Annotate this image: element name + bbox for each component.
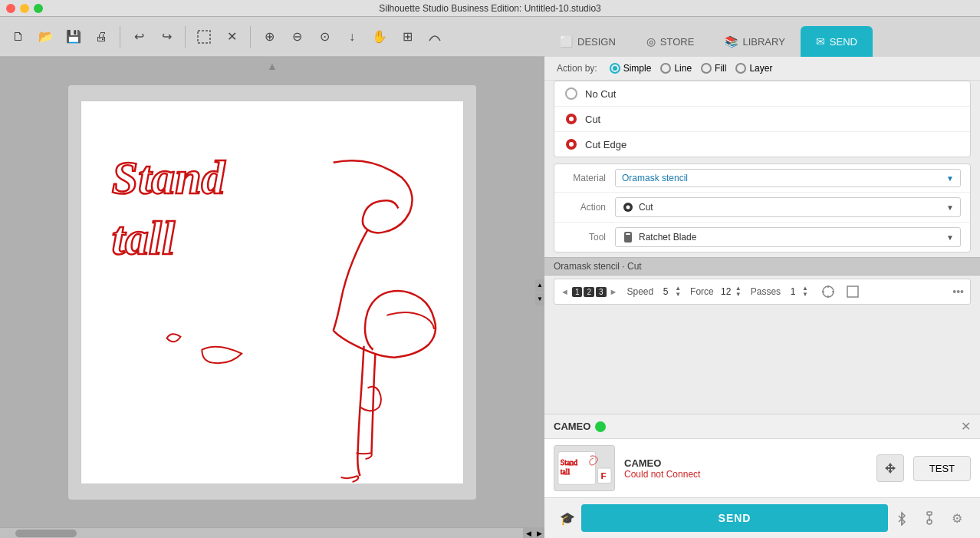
tool-dropdown[interactable]: Ratchet Blade ▼ (615, 227, 961, 247)
window-controls[interactable] (6, 4, 43, 13)
radio-layer[interactable]: Layer (735, 63, 772, 74)
scroll-arrows-lr[interactable]: ◀ ▶ (523, 528, 544, 539)
cameo-body: Stand tall F CAMEO Could not Connect (544, 439, 980, 497)
tab-store[interactable]: ◎ STORE (631, 26, 710, 57)
no-cut-row[interactable]: No Cut (554, 81, 970, 107)
speed-group: Speed 5 ▲ ▼ (626, 286, 681, 298)
tool-dropdown-arrow: ▼ (946, 233, 954, 242)
params-row: ◄ 1 2 3 ► Speed 5 ▲ ▼ (554, 279, 971, 305)
cameo-test-label: TEST (929, 463, 955, 474)
nav-tabs: ⬜ DESIGN ◎ STORE 📚 LIBRARY ✉ SEND (544, 17, 980, 57)
redo-button[interactable]: ↪ (154, 25, 179, 49)
h-scrollbar[interactable]: ◀ ▶ (0, 527, 544, 538)
page-back-arrow[interactable]: ◄ (561, 287, 569, 296)
arrows-icon (883, 460, 898, 476)
passes-stepper[interactable]: 1 ▲ ▼ (785, 286, 808, 298)
cameo-arrows-button[interactable] (876, 454, 904, 482)
scroll-left-btn[interactable]: ◀ (523, 528, 534, 539)
speed-label: Speed (626, 286, 653, 297)
material-dropdown[interactable]: Oramask stencil ▼ (615, 169, 961, 187)
close-button[interactable] (6, 4, 15, 13)
zoom-out-button[interactable]: ⊖ (284, 25, 309, 49)
settings-icon-btn[interactable]: ⚙ (943, 504, 971, 532)
open-button[interactable]: 📂 (34, 25, 58, 49)
speed-down-btn[interactable]: ▼ (675, 292, 681, 298)
select-icon (197, 30, 211, 44)
send-button[interactable]: SEND (581, 504, 888, 532)
radio-fill[interactable]: Fill (701, 63, 726, 74)
tab-design[interactable]: ⬜ DESIGN (544, 26, 631, 57)
maximize-button[interactable] (34, 4, 43, 13)
move-down-button[interactable]: ↓ (340, 25, 364, 49)
minimize-button[interactable] (20, 4, 29, 13)
window-title: Silhouette Studio Business Edition: Unti… (379, 3, 601, 14)
force-arrows[interactable]: ▲ ▼ (735, 286, 742, 298)
cameo-test-button[interactable]: TEST (913, 456, 971, 481)
select-button[interactable] (192, 25, 216, 49)
cameo-close-button[interactable]: ✕ (961, 419, 971, 434)
tab-send[interactable]: ✉ SEND (801, 26, 873, 57)
canvas-vscroll[interactable]: ▲ ▼ (535, 279, 544, 305)
force-group: Force 12 ▲ ▼ (690, 286, 742, 298)
speed-stepper[interactable]: 5 ▲ ▼ (658, 286, 681, 298)
graduation-icon-btn[interactable]: 🎓 (554, 504, 581, 532)
usb-icon-btn[interactable] (916, 504, 943, 532)
title-bar: Silhouette Studio Business Edition: Unti… (0, 0, 980, 17)
scroll-up-arrow[interactable]: ▲ (267, 60, 278, 72)
radio-simple[interactable]: Simple (610, 63, 652, 74)
divider-2 (185, 26, 186, 48)
svg-point-6 (569, 142, 574, 147)
tab-library[interactable]: 📚 LIBRARY (709, 26, 800, 57)
canvas-wrapper: Stand tall (68, 85, 476, 500)
svg-rect-10 (626, 233, 630, 235)
svg-text:tall: tall (561, 467, 571, 476)
cut-row[interactable]: Cut (554, 107, 970, 131)
canvas-area[interactable]: ▲ Stand tall (0, 57, 544, 527)
bezier-icon (428, 30, 442, 44)
passes-down-btn[interactable]: ▼ (802, 292, 808, 298)
cameo-title-row: CAMEO (554, 421, 606, 432)
cut-blade-icon (564, 112, 578, 126)
pan-button[interactable]: ✋ (367, 25, 392, 49)
cut-edge-icon (564, 137, 579, 152)
add-button[interactable]: ⊞ (395, 25, 419, 49)
action-dropdown[interactable]: Cut ▼ (615, 197, 961, 217)
radio-line[interactable]: Line (660, 63, 692, 74)
force-down-btn[interactable]: ▼ (735, 292, 742, 298)
radio-simple-label: Simple (623, 63, 652, 74)
scroll-down-btn[interactable]: ▼ (535, 293, 544, 305)
new-button[interactable]: 🗋 (6, 25, 31, 49)
canvas-page[interactable]: Stand tall (81, 101, 464, 484)
page-fwd-arrow[interactable]: ► (610, 287, 618, 296)
passes-label: Passes (751, 286, 781, 297)
cut-edge-label: Cut Edge (585, 139, 626, 150)
passes-arrows[interactable]: ▲ ▼ (802, 286, 808, 298)
more-options-btn[interactable]: ••• (952, 286, 964, 298)
action-dropdown-text: Cut (639, 202, 653, 213)
bluetooth-icon-btn[interactable] (888, 504, 916, 532)
force-stepper[interactable]: 12 ▲ ▼ (719, 286, 742, 298)
h-scroll-thumb[interactable] (15, 530, 77, 537)
cut-edge-row[interactable]: Cut Edge (554, 132, 970, 157)
bezier-button[interactable] (423, 25, 447, 49)
zoom-fit-button[interactable]: ⊙ (312, 25, 337, 49)
cut-select-button[interactable]: ✕ (219, 25, 244, 49)
scroll-right-btn[interactable]: ▶ (534, 528, 544, 539)
print-button[interactable]: 🖨 (89, 25, 113, 49)
save-button[interactable]: 💾 (61, 25, 86, 49)
zoom-in-button[interactable]: ⊕ (257, 25, 281, 49)
action-by-label: Action by: (557, 63, 597, 74)
action-value[interactable]: Cut ▼ (615, 197, 961, 217)
material-value[interactable]: Oramask stencil ▼ (615, 169, 961, 187)
tool-value[interactable]: Ratchet Blade ▼ (615, 227, 961, 247)
tab-library-label: LIBRARY (742, 36, 784, 48)
undo-button[interactable]: ↩ (127, 25, 151, 49)
svg-text:tall: tall (112, 212, 176, 264)
speed-arrows[interactable]: ▲ ▼ (675, 286, 681, 298)
page-box-3: 3 (596, 287, 607, 297)
radio-line-circle (660, 63, 671, 74)
scroll-up-btn[interactable]: ▲ (535, 279, 544, 292)
cameo-header: CAMEO ✕ (544, 414, 980, 439)
action-cut-icon (622, 201, 634, 213)
action-dropdown-arrow: ▼ (946, 203, 954, 212)
